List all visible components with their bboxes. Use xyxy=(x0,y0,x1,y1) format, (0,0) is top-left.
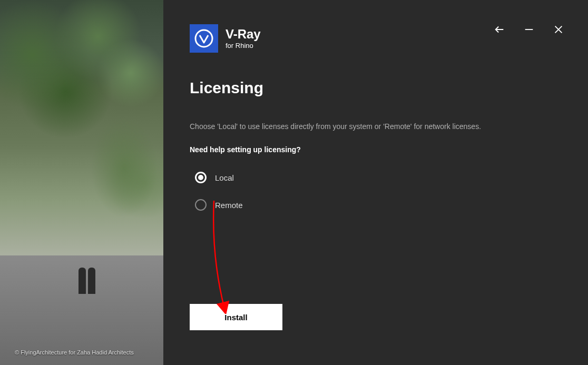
annotation-arrow xyxy=(209,198,230,314)
description-text: Choose 'Local' to use licenses directly … xyxy=(190,122,562,131)
minimize-icon xyxy=(523,24,535,35)
page-title: Licensing xyxy=(190,79,562,97)
arrow-left-icon xyxy=(494,24,505,35)
minimize-button[interactable] xyxy=(523,23,535,36)
radio-indicator-selected xyxy=(195,172,207,183)
radio-indicator xyxy=(195,199,207,211)
logo-title: V-Ray xyxy=(226,28,261,41)
install-button[interactable]: Install xyxy=(190,304,282,330)
close-icon xyxy=(553,24,564,35)
licensing-radio-group: Local Remote xyxy=(190,172,562,211)
close-button[interactable] xyxy=(552,23,565,36)
window-controls xyxy=(493,23,565,36)
logo-text: V-Ray for Rhino xyxy=(226,28,261,50)
main-panel: V-Ray for Rhino Licensing Choose 'Local'… xyxy=(163,0,588,365)
sidebar-hero-image: © FlyingArchitecture for Zaha Hadid Arch… xyxy=(0,0,163,365)
radio-label: Remote xyxy=(215,201,243,210)
installer-window: © FlyingArchitecture for Zaha Hadid Arch… xyxy=(0,0,588,365)
image-credit: © FlyingArchitecture for Zaha Hadid Arch… xyxy=(15,349,134,356)
logo-subtitle: for Rhino xyxy=(226,42,261,50)
svg-point-0 xyxy=(195,30,212,47)
radio-option-remote[interactable]: Remote xyxy=(195,199,562,211)
back-button[interactable] xyxy=(493,23,506,36)
radio-option-local[interactable]: Local xyxy=(195,172,562,183)
help-link[interactable]: Need help setting up licensing? xyxy=(190,145,562,154)
vray-logo-icon xyxy=(193,28,214,49)
radio-label: Local xyxy=(215,173,234,182)
logo-badge xyxy=(190,24,218,53)
